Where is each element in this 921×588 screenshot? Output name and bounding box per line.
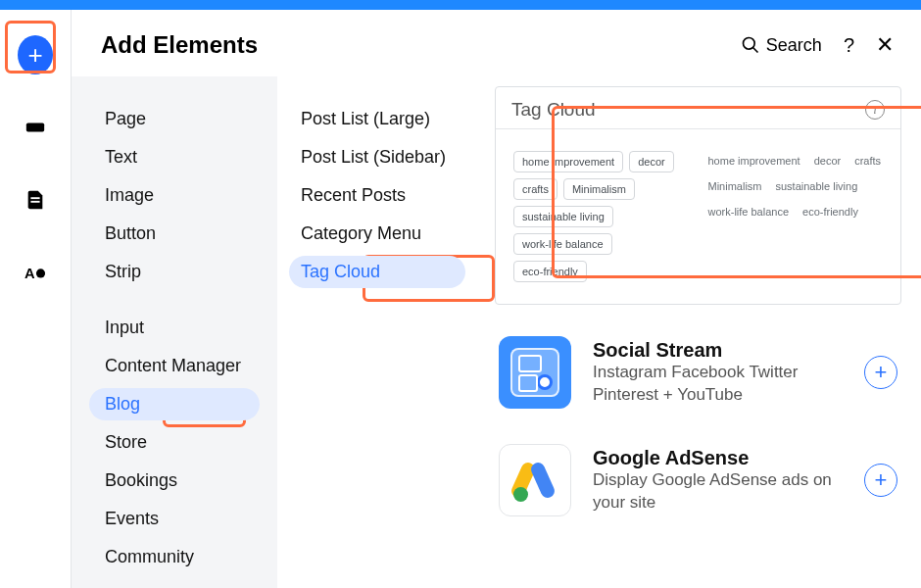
svg-point-5: [743, 38, 754, 50]
info-icon[interactable]: i: [865, 100, 885, 120]
section-icon: [24, 117, 46, 138]
tag-chip[interactable]: work-life balance: [513, 233, 612, 255]
svg-rect-2: [30, 201, 39, 203]
tag-chip[interactable]: decor: [629, 151, 674, 172]
promo-desc: Instagram Facebook Twitter Pinterest + Y…: [593, 362, 843, 407]
svg-point-4: [36, 269, 45, 277]
page-icon: [24, 189, 46, 211]
rail-design-button[interactable]: A: [18, 255, 53, 290]
tag-chip[interactable]: Minimalism: [563, 178, 635, 200]
category-image[interactable]: Image: [72, 176, 277, 215]
left-rail: + A: [0, 10, 71, 588]
tag-text[interactable]: crafts: [854, 151, 881, 171]
tag-chip[interactable]: home improvement: [513, 151, 623, 172]
tag-cloud-boxed-preview: home improvement decor crafts Minimalism…: [513, 151, 689, 282]
sub-post-list-sidebar[interactable]: Post List (Sidebar): [277, 138, 485, 176]
category-input[interactable]: Input: [72, 309, 277, 347]
category-events[interactable]: Events: [72, 500, 277, 538]
category-blog[interactable]: Blog: [72, 385, 277, 423]
tag-cloud-preview-card[interactable]: Tag Cloud i home improvement decor craft…: [495, 86, 901, 305]
preview-column: Tag Cloud i home improvement decor craft…: [485, 76, 921, 588]
sub-recent-posts[interactable]: Recent Posts: [277, 176, 485, 215]
promo-social-stream: Social Stream Instagram Facebook Twitter…: [495, 332, 901, 413]
tag-chip[interactable]: sustainable living: [513, 206, 613, 227]
tag-chip[interactable]: crafts: [513, 178, 557, 200]
category-strip[interactable]: Strip: [72, 253, 277, 291]
plus-icon: +: [18, 35, 53, 74]
sub-category-menu[interactable]: Category Menu: [277, 215, 485, 253]
svg-rect-0: [26, 122, 44, 131]
category-button[interactable]: Button: [72, 215, 277, 253]
add-elements-panel: Add Elements Search ? ✕ Page Text Image …: [71, 10, 921, 588]
svg-rect-1: [30, 197, 39, 199]
close-button[interactable]: ✕: [876, 32, 894, 58]
panel-header: Add Elements Search ? ✕: [72, 10, 921, 76]
add-google-adsense-button[interactable]: +: [864, 464, 897, 497]
category-community[interactable]: Community: [72, 538, 277, 576]
search-button[interactable]: Search: [741, 35, 822, 56]
add-elements-rail-button[interactable]: +: [18, 37, 53, 73]
tag-text[interactable]: Minimalism: [708, 176, 762, 196]
google-adsense-icon: [499, 444, 571, 516]
social-stream-icon: [499, 336, 571, 409]
promo-desc: Display Google AdSense ads on your site: [593, 469, 843, 514]
tag-chip[interactable]: eco-friendly: [513, 261, 587, 282]
category-text[interactable]: Text: [72, 138, 277, 176]
tag-text[interactable]: decor: [814, 151, 842, 171]
category-page[interactable]: Page: [72, 100, 277, 138]
svg-line-6: [752, 48, 757, 53]
category-column: Page Text Image Button Strip Input Conte…: [72, 76, 277, 588]
help-button[interactable]: ?: [844, 34, 854, 57]
category-store[interactable]: Store: [72, 423, 277, 462]
sub-post-list-large[interactable]: Post List (Large): [277, 100, 485, 138]
app-top-bar: [0, 0, 921, 10]
tag-text[interactable]: sustainable living: [776, 176, 858, 196]
design-icon: A: [24, 262, 46, 283]
preview-title: Tag Cloud: [511, 99, 596, 121]
search-label: Search: [766, 35, 822, 56]
panel-title: Add Elements: [101, 31, 258, 59]
add-social-stream-button[interactable]: +: [864, 356, 897, 389]
rail-pages-button[interactable]: [18, 182, 53, 218]
sub-tag-cloud[interactable]: Tag Cloud: [277, 253, 485, 291]
promo-google-adsense: Google AdSense Display Google AdSense ad…: [495, 440, 901, 520]
category-bookings[interactable]: Bookings: [72, 462, 277, 500]
tag-text[interactable]: eco-friendly: [802, 202, 858, 221]
subcategory-column: Post List (Large) Post List (Sidebar) Re…: [277, 76, 485, 588]
promo-title: Google AdSense: [593, 447, 843, 469]
svg-text:A: A: [24, 266, 35, 281]
category-content-manager[interactable]: Content Manager: [72, 347, 277, 385]
search-icon: [741, 35, 760, 55]
tag-cloud-plain-preview: home improvement decor crafts Minimalism…: [708, 151, 884, 282]
tag-text[interactable]: work-life balance: [708, 202, 790, 221]
rail-section-button[interactable]: [18, 110, 53, 145]
promo-title: Social Stream: [593, 339, 843, 362]
tag-text[interactable]: home improvement: [708, 151, 800, 171]
